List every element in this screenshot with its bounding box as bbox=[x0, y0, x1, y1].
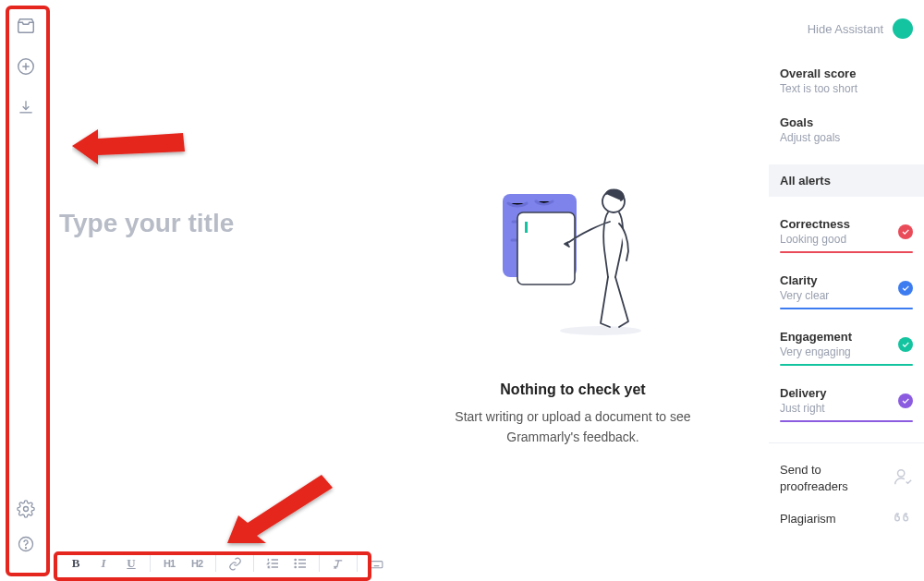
svg-point-10 bbox=[295, 563, 296, 563]
ordered-list-button[interactable] bbox=[260, 552, 286, 575]
download-icon[interactable] bbox=[15, 96, 37, 118]
action-label: Plagiarism bbox=[780, 511, 836, 527]
metric-underline bbox=[780, 364, 913, 366]
toolbar-separator bbox=[215, 555, 216, 572]
formatting-toolbar: B I U H1 H2 bbox=[55, 548, 396, 579]
link-button[interactable] bbox=[222, 552, 248, 575]
metric-subtext: Looking good bbox=[780, 233, 850, 246]
empty-state-subtext: Start writing or upload a document to se… bbox=[448, 407, 698, 447]
metric-clarity[interactable]: Clarity Very clear bbox=[780, 273, 913, 309]
metric-underline bbox=[780, 251, 913, 253]
check-icon bbox=[898, 393, 913, 408]
goals-block[interactable]: Goals Adjust goals bbox=[780, 115, 913, 144]
svg-marker-15 bbox=[227, 475, 333, 543]
empty-state-heading: Nothing to check yet bbox=[500, 381, 645, 398]
toolbar-separator bbox=[150, 555, 151, 572]
metric-heading: Delivery bbox=[780, 386, 827, 400]
annotation-arrow-icon bbox=[220, 471, 349, 554]
h2-button[interactable]: H2 bbox=[184, 552, 210, 575]
toolbar-separator bbox=[253, 555, 254, 572]
italic-button[interactable]: I bbox=[91, 552, 116, 575]
help-icon[interactable] bbox=[15, 533, 37, 555]
h1-button[interactable]: H1 bbox=[156, 552, 182, 575]
hide-assistant-button[interactable]: Hide Assistant bbox=[780, 18, 913, 39]
svg-point-7 bbox=[560, 326, 641, 335]
overall-score-block[interactable]: Overall score Text is too short bbox=[780, 67, 913, 95]
assistant-status-dot bbox=[893, 18, 913, 39]
bold-button[interactable]: B bbox=[63, 552, 89, 575]
metric-underline bbox=[780, 420, 913, 422]
svg-point-1 bbox=[24, 507, 29, 512]
metric-subtext: Just right bbox=[780, 402, 827, 415]
svg-point-9 bbox=[295, 559, 296, 560]
empty-state-illustration bbox=[480, 185, 665, 337]
proofreader-icon bbox=[893, 466, 913, 490]
left-sidebar bbox=[0, 0, 52, 581]
underline-button[interactable]: U bbox=[118, 552, 144, 575]
overall-score-subtext: Text is too short bbox=[780, 82, 913, 95]
inbox-icon[interactable] bbox=[15, 15, 37, 37]
check-icon bbox=[898, 224, 913, 239]
overall-score-heading: Overall score bbox=[780, 67, 913, 80]
svg-marker-14 bbox=[72, 129, 185, 164]
metric-heading: Clarity bbox=[780, 273, 829, 287]
new-document-icon[interactable] bbox=[15, 55, 37, 78]
unordered-list-button[interactable] bbox=[287, 552, 313, 575]
quotes-icon bbox=[893, 507, 913, 531]
check-icon bbox=[898, 337, 913, 352]
metric-correctness[interactable]: Correctness Looking good bbox=[780, 217, 913, 253]
hide-assistant-label: Hide Assistant bbox=[808, 22, 883, 36]
metric-engagement[interactable]: Engagement Very engaging bbox=[780, 330, 913, 366]
all-alerts-tab[interactable]: All alerts bbox=[769, 164, 924, 197]
svg-point-13 bbox=[898, 469, 905, 476]
metric-subtext: Very clear bbox=[780, 289, 829, 302]
toolbar-separator bbox=[357, 555, 358, 572]
metric-delivery[interactable]: Delivery Just right bbox=[780, 386, 913, 422]
assistant-panel: Hide Assistant Overall score Text is too… bbox=[769, 0, 924, 581]
annotation-arrow-icon bbox=[72, 118, 192, 174]
settings-icon[interactable] bbox=[15, 498, 37, 520]
metric-subtext: Very engaging bbox=[780, 345, 852, 358]
clear-formatting-button[interactable] bbox=[325, 552, 351, 575]
send-to-proofreaders-button[interactable]: Send to proofreaders bbox=[780, 451, 913, 496]
title-input[interactable]: Type your title bbox=[59, 209, 234, 238]
action-label: Send to proofreaders bbox=[780, 462, 872, 494]
toolbar-separator bbox=[319, 555, 320, 572]
metric-underline bbox=[780, 308, 913, 309]
plagiarism-button[interactable]: Plagiarism bbox=[780, 496, 913, 533]
svg-point-3 bbox=[26, 548, 27, 549]
goals-heading: Goals bbox=[780, 115, 913, 129]
check-icon bbox=[898, 281, 913, 296]
divider bbox=[769, 442, 924, 443]
metric-heading: Engagement bbox=[780, 330, 852, 344]
keyboard-icon[interactable] bbox=[363, 552, 389, 575]
metric-heading: Correctness bbox=[780, 217, 850, 231]
goals-subtext: Adjust goals bbox=[780, 131, 913, 144]
svg-rect-12 bbox=[371, 561, 383, 567]
empty-state: Nothing to check yet Start writing or up… bbox=[351, 185, 795, 447]
svg-rect-6 bbox=[525, 222, 528, 233]
svg-point-11 bbox=[295, 566, 296, 567]
